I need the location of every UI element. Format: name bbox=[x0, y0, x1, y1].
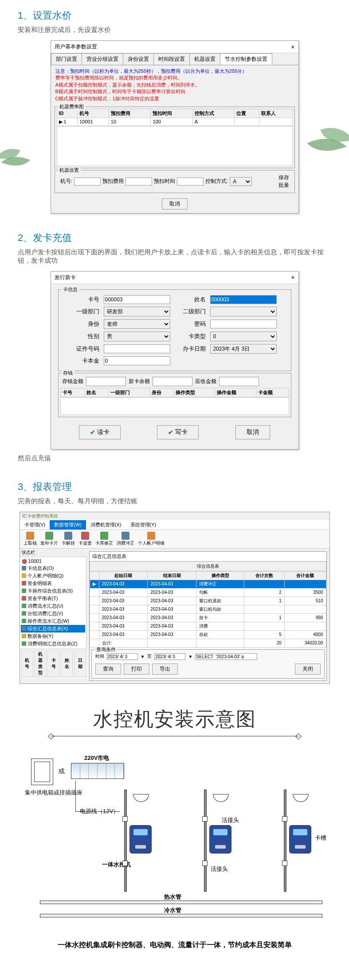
menu-item[interactable]: 数据管理(W) bbox=[50, 520, 86, 530]
deposit-input[interactable] bbox=[86, 377, 126, 386]
recv-input[interactable] bbox=[219, 377, 259, 386]
tree-item[interactable]: 消费流水汇总(U) bbox=[21, 602, 85, 610]
tree-item[interactable]: 个人帐户明细(Q) bbox=[21, 572, 85, 580]
fieldset-deposit: 存钱 bbox=[61, 370, 75, 376]
tool-button[interactable]: 发补卡片 bbox=[40, 532, 58, 546]
tab-row: 部门设置 营业分组设置 身份设置 时间段设置 机器设置 节水控制参数设置 bbox=[51, 53, 298, 65]
tree-item[interactable]: 资金平衡表(T) bbox=[21, 595, 85, 602]
dialog2-title: 发行新卡 bbox=[55, 274, 76, 281]
tool-button[interactable]: 个人帐户明细 bbox=[138, 532, 165, 546]
fee-input[interactable] bbox=[125, 178, 152, 186]
menu-item[interactable]: 系统管理(Y) bbox=[126, 520, 161, 530]
newbal-input[interactable] bbox=[153, 377, 192, 386]
notice-text: 注意：预扣时间（以秒为单位，最大为255秒），预扣费用（以分为单位，最大为255… bbox=[51, 65, 298, 105]
section3-sub: 完善的报表，每天、每月明细，方便结账 bbox=[18, 497, 331, 506]
table-row[interactable]: 合计:2034020.00 bbox=[90, 639, 326, 647]
tree-item[interactable]: 数据备份(Y) bbox=[21, 632, 85, 640]
table-row[interactable]: 2023-04-032023-04-03存款54000 bbox=[90, 630, 326, 639]
ctype-select[interactable]: 0 bbox=[210, 332, 277, 341]
date-to[interactable] bbox=[154, 653, 185, 660]
tool-button[interactable]: 卡解挂 bbox=[62, 532, 75, 546]
table-row[interactable]: ▶2023-04-032023-04-03消费冲正 bbox=[90, 580, 326, 588]
close-icon[interactable]: × bbox=[291, 43, 294, 51]
shower-head-icon bbox=[133, 794, 149, 802]
cardno-input[interactable] bbox=[104, 295, 170, 304]
role-select[interactable]: 老师 bbox=[104, 319, 170, 329]
dept2-select[interactable] bbox=[210, 307, 277, 316]
machine-no-input[interactable] bbox=[74, 178, 101, 186]
menu-item[interactable]: 卡管理(V) bbox=[20, 520, 50, 530]
tool-button[interactable]: 上取钱 bbox=[24, 532, 37, 546]
shower-head-icon bbox=[293, 794, 309, 802]
report-app: IC卡收费控制系统 卡管理(V)数据管理(W)消费机管理(X)系统管理(Y) 上… bbox=[20, 512, 330, 684]
section1-sub: 安装和注册完成后，先设置水价 bbox=[18, 26, 331, 34]
close-icon[interactable]: × bbox=[291, 274, 294, 281]
socket-strip-icon bbox=[71, 763, 124, 779]
data-table: 起始日期结束日期 操作类型合计次数合计金额 ▶2023-04-032023-04… bbox=[90, 571, 326, 648]
table-row[interactable]: 2023-04-032023-04-03挂卡1990 bbox=[90, 613, 326, 622]
controller-icon bbox=[209, 825, 231, 854]
print-button[interactable]: 打印 bbox=[124, 664, 149, 675]
cancel-button[interactable]: 取消 bbox=[162, 198, 188, 209]
install-diagram: 220V市电 或 集中供电箱或排插插座 电源线（12V） 一体水控机 活接头 活… bbox=[22, 754, 327, 932]
tool-button[interactable]: 卡库修正 bbox=[95, 532, 113, 546]
tree-item[interactable]: 综合汇总信息表(X) bbox=[21, 625, 85, 632]
hot-pipe bbox=[40, 901, 322, 904]
table-row[interactable]: 2023-04-032023-04-03勾帐23500 bbox=[90, 588, 326, 597]
tree-item[interactable]: 资金明细表 bbox=[21, 580, 85, 587]
idno-input[interactable] bbox=[104, 344, 170, 353]
tree-item[interactable]: 卡操作综合信息表(S) bbox=[21, 587, 85, 595]
diagram-footer: 一体水控机集成刷卡控制器、电动阀、流量计于一体，节约成本且安装简单 bbox=[9, 940, 340, 950]
table-row[interactable]: 2023-04-032023-04-03消费 bbox=[90, 622, 326, 630]
sql-input[interactable] bbox=[195, 653, 257, 660]
app-menu: 卡管理(V)数据管理(W)消费机管理(X)系统管理(Y) bbox=[20, 520, 329, 530]
tab-period[interactable]: 时间段设置 bbox=[153, 53, 190, 65]
sex-select[interactable]: 男 bbox=[104, 332, 170, 341]
cancel-button[interactable]: 取消 bbox=[235, 425, 270, 439]
query-button[interactable]: 查询 bbox=[95, 664, 121, 675]
table-row[interactable]: 2023-04-032023-04-03窗口机退款1510 bbox=[90, 597, 326, 605]
shower-head-icon bbox=[213, 794, 229, 802]
tab-role[interactable]: 身份设置 bbox=[123, 53, 154, 65]
app-title: IC卡收费控制系统 bbox=[20, 512, 329, 520]
menu-item[interactable]: 消费机管理(X) bbox=[86, 520, 126, 530]
section3-title: 3、报表管理 bbox=[18, 480, 331, 494]
save-button[interactable]: 保存 bbox=[278, 174, 289, 182]
tab-group[interactable]: 营业分组设置 bbox=[82, 53, 123, 65]
write-card-button[interactable]: ✔写卡 bbox=[157, 425, 199, 439]
tab-water[interactable]: 节水控制参数设置 bbox=[220, 53, 272, 65]
section1-title: 1、设置水价 bbox=[18, 9, 331, 22]
dialog1-title: 用户基本参数设置 bbox=[55, 43, 97, 51]
fieldset-machine: 机器设置 bbox=[58, 167, 81, 174]
date-select[interactable]: 2023年 4月 3日 bbox=[210, 344, 277, 354]
controller-icon bbox=[129, 825, 152, 854]
then-recharge: 然后点充值 bbox=[18, 454, 331, 462]
mode-select[interactable]: A bbox=[230, 177, 252, 186]
export-button[interactable]: 导出 bbox=[152, 664, 178, 675]
date-from[interactable] bbox=[107, 653, 138, 660]
tree-item[interactable]: 操作类流水汇总(W) bbox=[21, 617, 85, 625]
tab-machine[interactable]: 机器设置 bbox=[189, 53, 220, 65]
fieldset-cardinfo: 卡信息 bbox=[61, 286, 79, 293]
read-card-button[interactable]: ✔读卡 bbox=[79, 425, 121, 439]
tool-button[interactable]: 卡追责 bbox=[78, 532, 92, 546]
controller-icon bbox=[289, 825, 311, 854]
tree-item[interactable]: 分组消费汇总(V) bbox=[21, 610, 85, 617]
table-row[interactable]: 2023-04-032023-04-03窗口机勾款 bbox=[90, 605, 326, 613]
table-row[interactable]: ▶ 11000110 100A bbox=[57, 118, 292, 126]
tool-button[interactable]: 消费冲正 bbox=[117, 532, 134, 546]
cold-pipe bbox=[40, 914, 322, 917]
dept1-select[interactable]: 研发部 bbox=[104, 307, 170, 316]
batch-button[interactable]: 批量 bbox=[278, 182, 289, 189]
report-window: 综合汇总信息表 综合信息表 起始日期结束日期 操作类型合计次数合计金额 ▶202… bbox=[89, 551, 327, 681]
name-input[interactable] bbox=[210, 295, 277, 304]
base-input[interactable] bbox=[104, 356, 170, 365]
time-input[interactable] bbox=[177, 178, 204, 186]
tree-item[interactable]: 消费明细汇总信息表(Z) bbox=[21, 640, 85, 648]
close-button[interactable]: 关闭 bbox=[295, 664, 321, 675]
tab-dept[interactable]: 部门设置 bbox=[51, 53, 82, 65]
tree-item[interactable]: 卡信息表(O) bbox=[21, 565, 85, 572]
bottom-grid: 机号机器类型 卡号姓名日期 bbox=[20, 648, 87, 678]
pwd-input[interactable] bbox=[210, 320, 277, 328]
diagram-title: 水控机安装示意图 bbox=[9, 706, 340, 732]
